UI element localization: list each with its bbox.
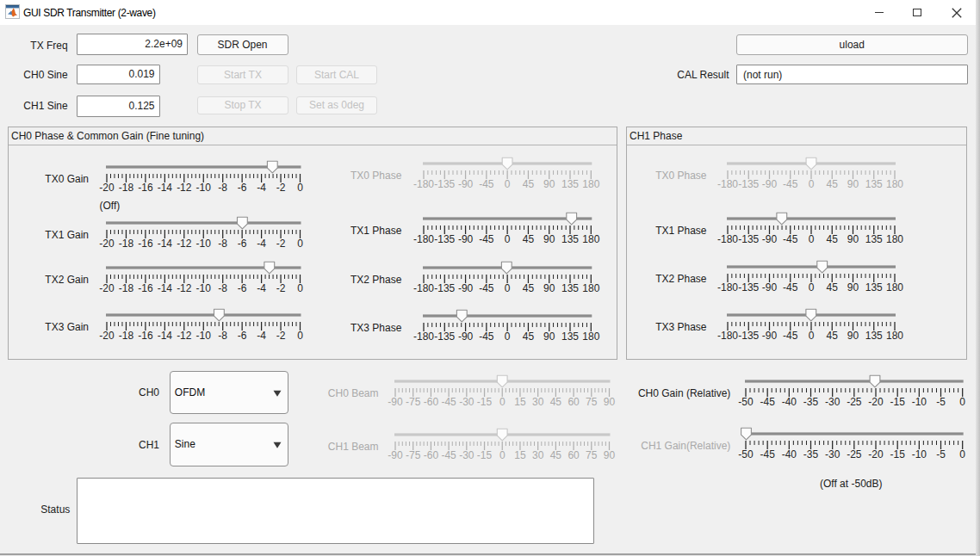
svg-text:-10: -10 <box>196 282 212 294</box>
svg-text:75: 75 <box>586 449 598 461</box>
svg-text:-6: -6 <box>238 182 247 194</box>
svg-text:-90: -90 <box>388 449 403 461</box>
svg-text:-180: -180 <box>413 331 434 343</box>
svg-text:180: 180 <box>886 233 903 245</box>
svg-text:-90: -90 <box>762 178 778 190</box>
svg-text:-12: -12 <box>177 238 192 250</box>
svg-text:-90: -90 <box>762 281 778 293</box>
svg-text:75: 75 <box>586 396 598 408</box>
svg-text:-16: -16 <box>138 182 153 194</box>
svg-text:180: 180 <box>582 331 599 343</box>
svg-text:-135: -135 <box>738 233 759 245</box>
svg-text:-45: -45 <box>479 178 494 190</box>
svg-text:-35: -35 <box>803 448 818 460</box>
svg-text:-90: -90 <box>388 396 403 408</box>
svg-text:-8: -8 <box>218 330 227 342</box>
svg-text:-20: -20 <box>99 282 115 294</box>
svg-text:-25: -25 <box>847 448 862 460</box>
svg-text:-18: -18 <box>119 282 134 294</box>
svg-text:-4: -4 <box>257 330 266 342</box>
svg-text:-90: -90 <box>458 233 474 245</box>
svg-text:-90: -90 <box>458 331 474 343</box>
svg-text:0: 0 <box>297 238 303 250</box>
svg-text:-135: -135 <box>434 331 455 343</box>
svg-text:-20: -20 <box>868 448 884 460</box>
svg-text:-4: -4 <box>257 238 266 250</box>
svg-text:-8: -8 <box>218 182 227 194</box>
svg-text:-14: -14 <box>158 282 173 294</box>
svg-text:-135: -135 <box>434 178 455 190</box>
svg-text:180: 180 <box>582 282 599 294</box>
svg-text:-45: -45 <box>783 233 798 245</box>
svg-text:-25: -25 <box>847 396 862 408</box>
svg-text:-10: -10 <box>196 330 212 342</box>
svg-text:-40: -40 <box>781 448 797 460</box>
svg-text:-5: -5 <box>936 396 946 408</box>
svg-text:45: 45 <box>550 449 562 461</box>
svg-text:-16: -16 <box>138 282 153 294</box>
svg-text:180: 180 <box>886 178 903 190</box>
svg-text:0: 0 <box>809 233 815 245</box>
svg-text:90: 90 <box>543 178 555 190</box>
svg-text:-30: -30 <box>825 396 840 408</box>
svg-text:-50: -50 <box>738 396 754 408</box>
svg-text:-15: -15 <box>477 449 493 461</box>
svg-text:-135: -135 <box>434 233 455 245</box>
svg-text:-30: -30 <box>459 449 474 461</box>
svg-text:-2: -2 <box>276 238 286 250</box>
svg-text:-45: -45 <box>783 281 798 293</box>
svg-text:-6: -6 <box>238 238 247 250</box>
svg-text:-90: -90 <box>458 282 474 294</box>
svg-text:-35: -35 <box>803 396 818 408</box>
svg-text:-14: -14 <box>158 182 173 194</box>
svg-text:0: 0 <box>499 396 506 408</box>
svg-text:-18: -18 <box>119 238 134 250</box>
svg-text:0: 0 <box>959 396 965 408</box>
svg-text:-4: -4 <box>257 282 266 294</box>
svg-text:180: 180 <box>582 233 599 245</box>
svg-text:45: 45 <box>550 396 562 408</box>
svg-text:90: 90 <box>847 233 859 245</box>
svg-text:-60: -60 <box>424 449 439 461</box>
svg-text:0: 0 <box>297 330 303 342</box>
svg-text:180: 180 <box>886 330 903 342</box>
svg-text:90: 90 <box>543 331 555 343</box>
svg-text:-90: -90 <box>458 178 474 190</box>
svg-text:0: 0 <box>297 282 303 294</box>
svg-text:45: 45 <box>827 178 839 190</box>
svg-text:135: 135 <box>561 178 579 190</box>
svg-text:90: 90 <box>847 178 859 190</box>
svg-text:-16: -16 <box>138 330 153 342</box>
svg-text:-8: -8 <box>218 282 227 294</box>
svg-text:30: 30 <box>532 449 544 461</box>
svg-text:90: 90 <box>847 281 859 293</box>
svg-text:135: 135 <box>561 331 579 343</box>
svg-text:-2: -2 <box>276 282 286 294</box>
svg-text:-20: -20 <box>868 396 884 408</box>
svg-text:-12: -12 <box>177 282 192 294</box>
svg-text:0: 0 <box>809 330 815 342</box>
svg-text:-30: -30 <box>825 448 840 460</box>
svg-text:90: 90 <box>543 233 555 245</box>
svg-text:-6: -6 <box>238 330 247 342</box>
svg-text:90: 90 <box>543 282 555 294</box>
svg-text:45: 45 <box>827 233 839 245</box>
svg-text:-75: -75 <box>406 449 421 461</box>
svg-text:-135: -135 <box>738 178 759 190</box>
svg-text:-45: -45 <box>479 282 494 294</box>
svg-text:-16: -16 <box>138 238 153 250</box>
svg-text:90: 90 <box>847 330 859 342</box>
svg-text:-75: -75 <box>406 396 421 408</box>
svg-text:-10: -10 <box>196 182 212 194</box>
svg-text:135: 135 <box>865 281 883 293</box>
svg-text:60: 60 <box>568 449 580 461</box>
svg-text:-20: -20 <box>99 238 115 250</box>
svg-text:-4: -4 <box>257 182 266 194</box>
svg-text:-10: -10 <box>911 448 927 460</box>
svg-text:-10: -10 <box>196 238 212 250</box>
svg-text:-6: -6 <box>238 282 247 294</box>
svg-text:45: 45 <box>522 178 534 190</box>
svg-text:-45: -45 <box>760 448 775 460</box>
svg-text:-12: -12 <box>177 330 192 342</box>
svg-text:-15: -15 <box>890 396 905 408</box>
